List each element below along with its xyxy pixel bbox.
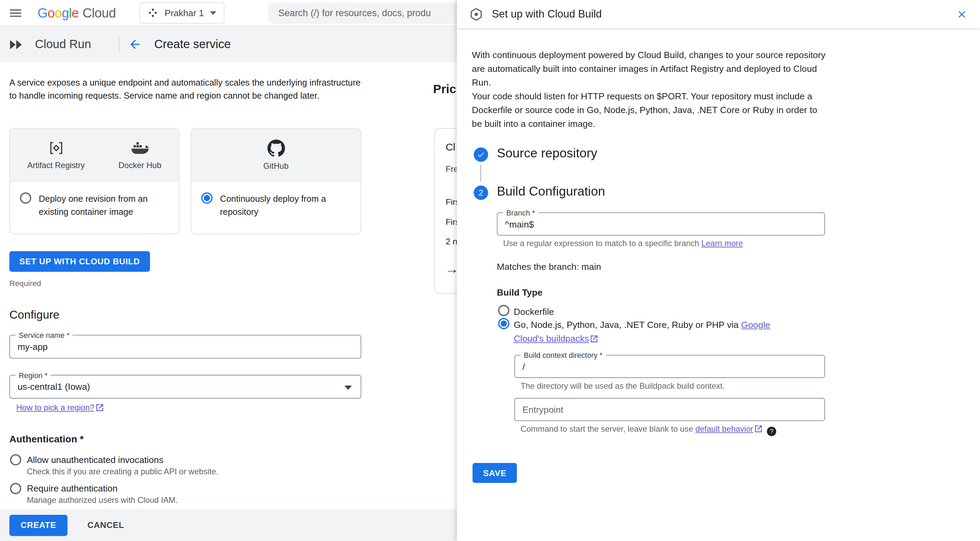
service-name-label: Service name * [16, 331, 73, 340]
buildpacks-option-text: Go, Node.js, Python, Java, .NET Core, Ru… [514, 320, 741, 330]
branch-helper-text: Use a regular expression to match to a s… [503, 238, 699, 248]
step2-title[interactable]: Build Configuration [497, 184, 605, 199]
build-type-heading: Build Type [497, 287, 542, 297]
divider [119, 36, 119, 52]
page-title: Create service [154, 38, 231, 51]
logo-letter: g [62, 5, 69, 20]
create-button[interactable]: CREATE [9, 514, 67, 536]
build-type-option-label: Dockerfile [514, 305, 554, 319]
artifact-registry-icon [48, 140, 64, 156]
radio-continuous-deploy[interactable] [201, 192, 213, 204]
pricing-heading: Pric [433, 82, 456, 96]
required-note: Required [9, 279, 41, 288]
region-value: us-central1 (Iowa) [10, 375, 361, 398]
radio-dockerfile[interactable] [498, 305, 510, 316]
cloud-build-icon [469, 7, 483, 21]
external-link-icon [591, 335, 598, 342]
region-label: Region * [16, 371, 51, 380]
panel-title: Set up with Cloud Build [492, 8, 602, 20]
continuous-deploy-option[interactable]: Continuously deploy from a repository [191, 182, 361, 219]
authentication-heading: Authentication * [9, 433, 84, 445]
step2-circle: 2 [474, 186, 488, 200]
logo-cloud-text: Cloud [83, 5, 116, 20]
step-connector [480, 165, 481, 182]
chevron-down-icon [210, 11, 216, 15]
logo-letter: e [72, 5, 79, 20]
build-type-option-label: Go, Node.js, Python, Java, .NET Core, Ru… [514, 318, 798, 346]
build-context-field[interactable]: Build context directory * [514, 355, 825, 378]
branch-match-note: Matches the branch: main [497, 262, 601, 272]
step1-complete-circle [474, 148, 488, 162]
registry-providers: Artifact Registry Docker Hub [10, 129, 179, 181]
help-icon[interactable]: ? [767, 427, 776, 436]
provider-github: GitHub [263, 139, 289, 170]
service-intro-text: A service exposes a unique endpoint and … [9, 76, 364, 102]
build-type-buildpacks-option[interactable]: Go, Node.js, Python, Java, .NET Core, Ru… [498, 318, 798, 346]
build-type-dockerfile-option[interactable]: Dockerfile [498, 305, 554, 319]
radio-allow-unauthenticated[interactable] [10, 454, 21, 465]
cancel-button[interactable]: CANCEL [88, 520, 124, 530]
auth-option-label: Allow unauthenticated invocations [27, 455, 163, 465]
auth-option-require[interactable]: Require authentication Manage authorized… [10, 483, 178, 505]
step1-title[interactable]: Source repository [497, 146, 597, 161]
docker-icon [130, 140, 150, 156]
setup-cloud-build-button[interactable]: SET UP WITH CLOUD BUILD [9, 251, 150, 272]
auth-option-description: Manage authorized users with Cloud IAM. [27, 495, 178, 505]
configure-heading: Configure [9, 308, 59, 322]
provider-docker-hub: Docker Hub [119, 140, 162, 170]
auth-option-label: Require authentication [27, 484, 118, 493]
menu-icon[interactable] [10, 6, 22, 19]
region-select[interactable]: Region * us-central1 (Iowa) [9, 375, 361, 399]
cloud-build-panel: Set up with Cloud Build With continuous … [457, 0, 980, 541]
panel-intro-1: With continuous deployment powered by Cl… [472, 48, 829, 89]
provider-artifact-registry: Artifact Registry [27, 140, 85, 170]
logo-letter: G [38, 5, 48, 20]
build-context-helper: The directory will be used as the Buildp… [520, 381, 725, 390]
auth-option-description: Check this if you are creating a public … [27, 467, 218, 476]
product-name: Cloud Run [35, 38, 91, 51]
create-service-form: A service exposes a unique endpoint and … [0, 63, 457, 509]
branch-input[interactable] [498, 213, 824, 235]
service-name-field[interactable]: Service name * [9, 335, 361, 359]
panel-header: Set up with Cloud Build [457, 0, 980, 28]
chevron-down-icon [344, 385, 352, 390]
project-icon [148, 8, 159, 18]
provider-label: Docker Hub [119, 160, 162, 170]
entrypoint-helper-text: Command to start the server, leave blank… [520, 424, 695, 433]
logo-letter: o [48, 5, 55, 20]
learn-more-link[interactable]: Learn more [702, 238, 743, 248]
panel-intro-text: With continuous deployment powered by Cl… [472, 48, 829, 131]
deploy-revision-option[interactable]: Deploy one revision from an existing con… [10, 182, 179, 219]
entrypoint-input[interactable] [515, 399, 824, 421]
radio-require-authentication[interactable] [10, 483, 21, 494]
branch-field[interactable]: Branch * [497, 213, 825, 235]
google-cloud-logo[interactable]: Google Cloud [38, 5, 116, 20]
project-selector[interactable]: Prakhar 1 [140, 2, 224, 23]
radio-deploy-revision[interactable] [20, 192, 31, 204]
back-arrow-icon[interactable] [128, 38, 142, 51]
panel-intro-2: Your code should listen for HTTP request… [472, 89, 829, 131]
how-to-pick-region-link[interactable]: How to pick a region? [16, 403, 94, 412]
logo-letter: l [69, 5, 72, 20]
default-behavior-link[interactable]: default behavior [695, 424, 753, 433]
radio-buildpacks[interactable] [498, 318, 510, 329]
project-name: Prakhar 1 [165, 8, 204, 18]
repo-providers: GitHub [191, 129, 361, 181]
option-label: Deploy one revision from an existing con… [39, 192, 167, 219]
cloud-run-icon [9, 36, 24, 52]
option-label: Continuously deploy from a repository [220, 192, 348, 219]
entrypoint-field[interactable] [514, 398, 825, 421]
auth-option-unauthenticated[interactable]: Allow unauthenticated invocations Check … [10, 454, 218, 476]
save-button[interactable]: SAVE [473, 463, 517, 483]
provider-label: GitHub [263, 161, 289, 170]
pricing-row: 2 n [445, 237, 457, 246]
search-placeholder: Search (/) for resources, docs, produ [278, 8, 431, 18]
entrypoint-helper: Command to start the server, leave blank… [520, 424, 776, 436]
close-icon[interactable] [956, 9, 967, 20]
logo-letter: o [55, 5, 62, 20]
branch-label: Branch * [503, 209, 538, 217]
form-action-bar: CREATE CANCEL [0, 509, 512, 541]
region-help-link-row: How to pick a region? [16, 403, 103, 412]
external-link-icon [96, 404, 103, 411]
branch-helper: Use a regular expression to match to a s… [503, 238, 743, 248]
